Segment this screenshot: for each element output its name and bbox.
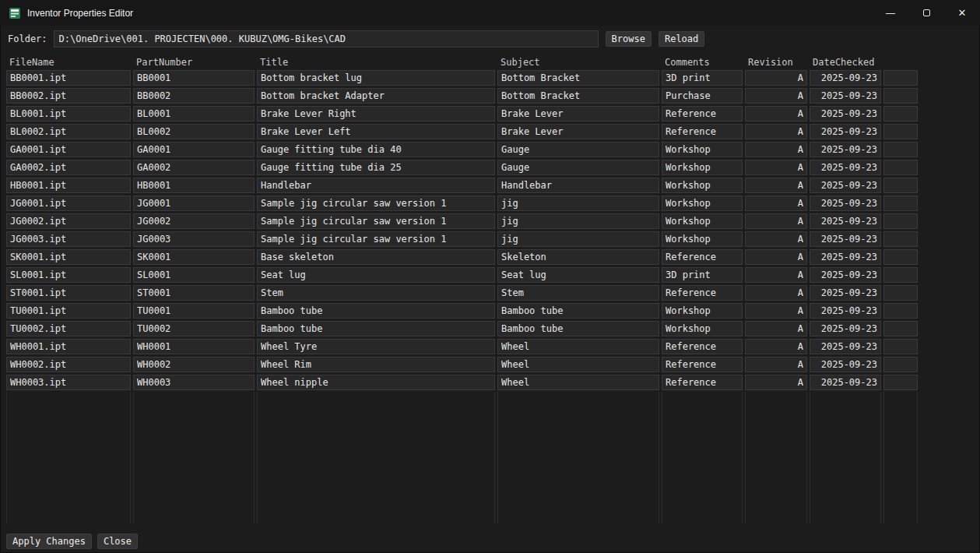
cell-revision[interactable] [745, 70, 807, 86]
cell-title[interactable] [257, 267, 495, 283]
cell-title[interactable] [257, 231, 495, 247]
cell-partnumber[interactable] [133, 357, 255, 372]
cell-filename[interactable] [6, 70, 131, 86]
cell-title[interactable] [257, 213, 495, 229]
cell-partnumber[interactable] [133, 267, 255, 283]
cell-subject[interactable] [497, 339, 659, 354]
cell-filename[interactable] [6, 357, 131, 372]
folder-path-input[interactable] [54, 30, 599, 48]
close-button[interactable]: ✕ [944, 0, 980, 26]
cell-subject[interactable] [497, 249, 659, 265]
cell-datechecked[interactable] [810, 88, 881, 104]
cell-filename[interactable] [6, 249, 131, 265]
cell-extra[interactable] [883, 160, 918, 175]
cell-datechecked[interactable] [810, 231, 881, 247]
cell-comments[interactable] [662, 321, 743, 336]
cell-revision[interactable] [745, 339, 807, 354]
cell-datechecked[interactable] [810, 213, 881, 229]
cell-comments[interactable] [662, 303, 743, 319]
cell-subject[interactable] [497, 178, 659, 193]
cell-title[interactable] [257, 124, 495, 139]
cell-partnumber[interactable] [133, 70, 255, 86]
cell-title[interactable] [257, 321, 495, 336]
cell-subject[interactable] [497, 231, 659, 247]
cell-title[interactable] [257, 249, 495, 265]
cell-comments[interactable] [662, 106, 743, 122]
cell-filename[interactable] [6, 375, 131, 390]
cell-filename[interactable] [6, 339, 131, 354]
cell-partnumber[interactable] [133, 285, 255, 301]
cell-subject[interactable] [497, 124, 659, 139]
cell-comments[interactable] [662, 339, 743, 354]
cell-extra[interactable] [883, 142, 918, 157]
cell-filename[interactable] [6, 285, 131, 301]
cell-extra[interactable] [883, 357, 918, 372]
cell-datechecked[interactable] [810, 142, 881, 157]
cell-title[interactable] [257, 70, 495, 86]
cell-datechecked[interactable] [810, 106, 881, 122]
cell-comments[interactable] [662, 195, 743, 211]
cell-title[interactable] [257, 339, 495, 354]
cell-partnumber[interactable] [133, 375, 255, 390]
cell-revision[interactable] [745, 267, 807, 283]
cell-filename[interactable] [6, 178, 131, 193]
cell-revision[interactable] [745, 231, 807, 247]
cell-filename[interactable] [6, 160, 131, 175]
cell-datechecked[interactable] [810, 195, 881, 211]
browse-button[interactable]: Browse [606, 31, 652, 47]
cell-datechecked[interactable] [810, 303, 881, 319]
cell-revision[interactable] [745, 195, 807, 211]
cell-partnumber[interactable] [133, 88, 255, 104]
cell-comments[interactable] [662, 285, 743, 301]
close-dialog-button[interactable]: Close [97, 534, 138, 549]
cell-revision[interactable] [745, 124, 807, 139]
minimize-button[interactable]: — [873, 0, 908, 26]
cell-datechecked[interactable] [810, 178, 881, 193]
cell-revision[interactable] [745, 160, 807, 175]
reload-button[interactable]: Reload [659, 31, 704, 47]
cell-revision[interactable] [745, 375, 807, 390]
cell-extra[interactable] [883, 321, 918, 336]
cell-title[interactable] [257, 195, 495, 211]
cell-partnumber[interactable] [133, 321, 255, 336]
cell-datechecked[interactable] [810, 357, 881, 372]
cell-extra[interactable] [883, 249, 918, 265]
maximize-button[interactable] [908, 0, 944, 26]
cell-comments[interactable] [662, 178, 743, 193]
cell-revision[interactable] [745, 142, 807, 157]
cell-comments[interactable] [662, 249, 743, 265]
cell-filename[interactable] [6, 213, 131, 229]
cell-title[interactable] [257, 106, 495, 122]
cell-title[interactable] [257, 375, 495, 390]
cell-extra[interactable] [883, 285, 918, 301]
cell-subject[interactable] [497, 213, 659, 229]
cell-title[interactable] [257, 357, 495, 372]
cell-extra[interactable] [883, 375, 918, 390]
cell-partnumber[interactable] [133, 106, 255, 122]
cell-subject[interactable] [497, 285, 659, 301]
cell-datechecked[interactable] [810, 375, 881, 390]
cell-extra[interactable] [883, 339, 918, 354]
cell-subject[interactable] [497, 142, 659, 157]
cell-extra[interactable] [883, 213, 918, 229]
cell-subject[interactable] [497, 303, 659, 319]
cell-filename[interactable] [6, 106, 131, 122]
cell-title[interactable] [257, 142, 495, 157]
cell-revision[interactable] [745, 106, 807, 122]
cell-title[interactable] [257, 303, 495, 319]
cell-subject[interactable] [497, 357, 659, 372]
cell-partnumber[interactable] [133, 339, 255, 354]
cell-partnumber[interactable] [133, 142, 255, 157]
cell-subject[interactable] [497, 195, 659, 211]
cell-partnumber[interactable] [133, 195, 255, 211]
cell-partnumber[interactable] [133, 213, 255, 229]
cell-subject[interactable] [497, 321, 659, 336]
cell-extra[interactable] [883, 303, 918, 319]
cell-revision[interactable] [745, 303, 807, 319]
cell-filename[interactable] [6, 267, 131, 283]
cell-comments[interactable] [662, 88, 743, 104]
cell-subject[interactable] [497, 70, 659, 86]
cell-filename[interactable] [6, 195, 131, 211]
cell-extra[interactable] [883, 195, 918, 211]
cell-comments[interactable] [662, 142, 743, 157]
